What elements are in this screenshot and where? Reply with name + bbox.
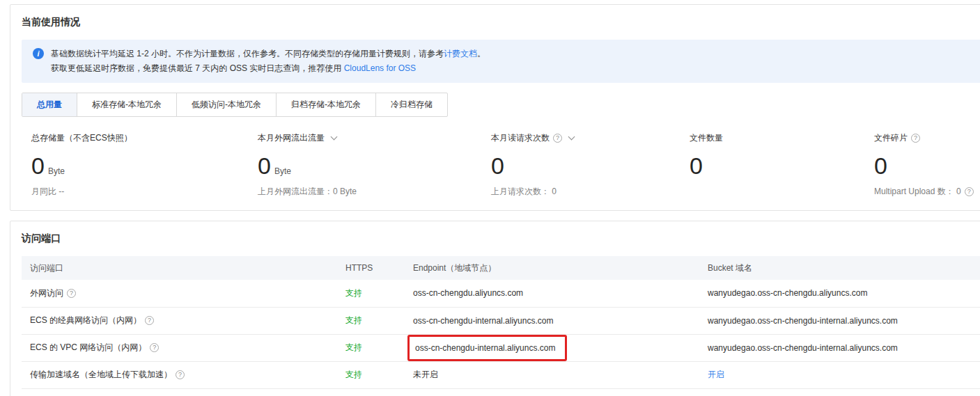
usage-card-title: 当前使用情况: [22, 16, 980, 29]
ports-card-title: 访问端口: [22, 232, 980, 245]
stat-label: 本月外网流出流量: [258, 133, 325, 143]
endpoint-value: oss-cn-chengdu-internal.aliyuncs.com: [415, 343, 555, 353]
help-icon[interactable]: [176, 370, 185, 379]
https-supported: 支持: [345, 315, 362, 325]
stat-value: 0: [690, 152, 703, 179]
tab-ia-lrs[interactable]: 低频访问-本地冗余: [177, 93, 277, 116]
col-header-bucket-domain: Bucket 域名: [699, 256, 980, 280]
stat-total-storage: 总存储量（不含ECS快照） 0Byte 月同比 --: [31, 132, 258, 198]
table-header-row: 访问端口 HTTPS Endpoint（地域节点） Bucket 域名: [22, 256, 980, 280]
stat-sub: [690, 186, 874, 196]
enable-acceleration-link[interactable]: 开启: [708, 370, 724, 379]
https-supported: 支持: [345, 370, 362, 379]
bucket-domain-value: wanyudegao.oss-cn-chengdu-internal.aliyu…: [708, 316, 898, 326]
bucket-domain-value: wanyudegao.oss-cn-chengdu-internal.aliyu…: [708, 343, 898, 353]
table-row-public-access: 外网访问 支持 oss-cn-chengdu.aliyuncs.com wany…: [22, 280, 980, 307]
banner-line2-text: 获取更低延迟时序数据，免费提供最近 7 天内的 OSS 实时日志查询，推荐使用: [51, 63, 341, 73]
access-ports-card: 访问端口 访问端口 HTTPS Endpoint（地域节点） Bucket 域名…: [10, 221, 980, 396]
info-banner: 基础数据统计平均延迟 1-2 小时。不作为计量数据，仅作参考。不同存储类型的存储…: [22, 40, 980, 83]
stat-value: 0: [874, 152, 887, 179]
banner-line1-text: 基础数据统计平均延迟 1-2 小时。不作为计量数据，仅作参考。不同存储类型的存储…: [51, 49, 444, 58]
stat-unit: Byte: [274, 166, 291, 176]
highlight-red-box: oss-cn-chengdu-internal.aliyuncs.com: [407, 335, 567, 361]
help-icon[interactable]: [145, 316, 154, 325]
billing-doc-link[interactable]: 计费文档: [444, 49, 477, 58]
stat-label: 文件碎片: [874, 133, 908, 143]
acceleration-status: 未开启: [413, 370, 438, 379]
access-ports-table: 访问端口 HTTPS Endpoint（地域节点） Bucket 域名 外网访问…: [22, 256, 980, 389]
help-icon[interactable]: [553, 134, 562, 143]
row-label: 传输加速域名（全地域上传下载加速）: [30, 370, 172, 379]
col-header-endpoint: Endpoint（地域节点）: [405, 256, 699, 280]
stat-value: 0: [258, 152, 271, 179]
usage-card: 当前使用情况 基础数据统计平均延迟 1-2 小时。不作为计量数据，仅作参考。不同…: [10, 4, 980, 211]
stat-sub: 月同比 --: [31, 186, 258, 198]
help-icon[interactable]: [911, 134, 920, 143]
help-icon[interactable]: [150, 343, 159, 352]
row-label: ECS 的经典网络访问（内网）: [30, 315, 141, 325]
stat-file-fragments: 文件碎片 0 Multipart Upload 数： 0: [874, 132, 980, 198]
stat-sub: 上月外网流出流量：0 Byte: [258, 186, 491, 198]
stat-label: 本月读请求次数: [491, 133, 550, 143]
https-supported: 支持: [345, 288, 362, 298]
info-banner-text: 基础数据统计平均延迟 1-2 小时。不作为计量数据，仅作参考。不同存储类型的存储…: [51, 47, 485, 76]
chevron-down-icon[interactable]: [331, 134, 338, 141]
endpoint-value: oss-cn-chengdu.aliyuncs.com: [413, 288, 523, 298]
stat-sub: Multipart Upload 数： 0: [874, 186, 980, 198]
stat-sub: 上月请求次数： 0: [491, 186, 690, 198]
tab-standard-lrs[interactable]: 标准存储-本地冗余: [77, 93, 177, 116]
tab-archive-lrs[interactable]: 归档存储-本地冗余: [277, 93, 376, 116]
stat-read-requests: 本月读请求次数 0 上月请求次数： 0: [491, 132, 690, 198]
stat-label: 总存储量（不含ECS快照）: [31, 133, 132, 143]
tab-cold-archive[interactable]: 冷归档存储: [376, 93, 447, 116]
help-icon[interactable]: [67, 289, 76, 298]
stat-unit: Byte: [48, 166, 65, 176]
row-label: 外网访问: [30, 288, 63, 298]
storage-type-tabs: 总用量 标准存储-本地冗余 低频访问-本地冗余 归档存储-本地冗余 冷归档存储: [22, 93, 448, 117]
info-icon: [33, 48, 44, 59]
col-header-port: 访问端口: [22, 256, 337, 280]
bucket-domain-value: wanyudegao.oss-cn-chengdu.aliyuncs.com: [708, 288, 867, 298]
chevron-down-icon[interactable]: [568, 134, 575, 141]
endpoint-value: oss-cn-chengdu-internal.aliyuncs.com: [413, 316, 553, 326]
cloudlens-link[interactable]: CloudLens for OSS: [344, 63, 416, 73]
col-header-https: HTTPS: [337, 256, 405, 280]
banner-line-1: 基础数据统计平均延迟 1-2 小时。不作为计量数据，仅作参考。不同存储类型的存储…: [51, 47, 485, 61]
stat-value: 0: [31, 152, 45, 179]
stat-outbound-traffic: 本月外网流出流量 0Byte 上月外网流出流量：0 Byte: [258, 132, 491, 198]
banner-line1-suffix: 。: [477, 49, 485, 58]
table-row-ecs-classic: ECS 的经典网络访问（内网） 支持 oss-cn-chengdu-intern…: [22, 307, 980, 334]
usage-stats: 总存储量（不含ECS快照） 0Byte 月同比 -- 本月外网流出流量 0Byt…: [22, 132, 980, 198]
stat-label: 文件数量: [690, 133, 723, 143]
https-supported: 支持: [345, 342, 362, 352]
stat-value: 0: [491, 152, 504, 179]
banner-line-2: 获取更低延迟时序数据，免费提供最近 7 天内的 OSS 实时日志查询，推荐使用 …: [51, 61, 485, 76]
stat-file-count: 文件数量 0: [690, 132, 874, 198]
tab-total-usage[interactable]: 总用量: [22, 93, 77, 116]
row-label: ECS 的 VPC 网络访问（内网）: [30, 342, 146, 352]
stat-sub-text: Multipart Upload 数： 0: [874, 187, 961, 196]
table-row-ecs-vpc: ECS 的 VPC 网络访问（内网） 支持 oss-cn-chengdu-int…: [22, 334, 980, 361]
table-row-transfer-acceleration: 传输加速域名（全地域上传下载加速） 支持 未开启 开启: [22, 361, 980, 388]
help-icon[interactable]: [965, 187, 974, 196]
